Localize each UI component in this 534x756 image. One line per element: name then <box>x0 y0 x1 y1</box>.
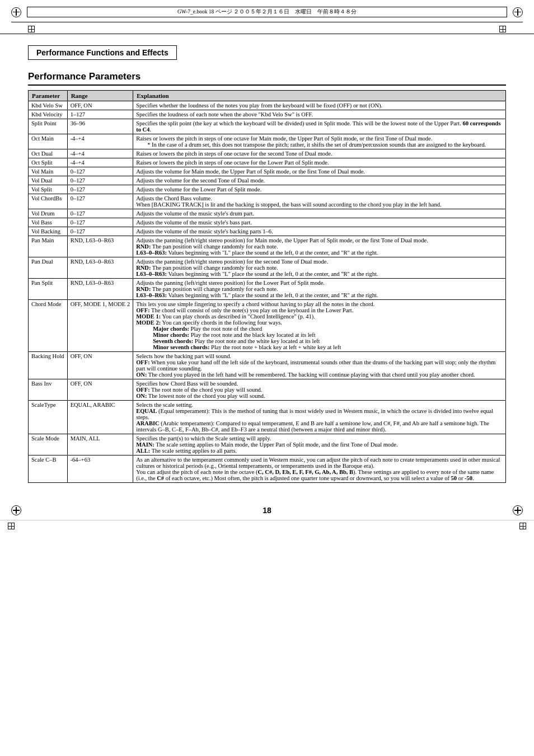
param-cell: Vol Backing <box>29 227 68 236</box>
explanation-line: ON: The lowest note of the chord you pla… <box>136 393 265 399</box>
table-row: Oct Split-4–+4Raises or lowers the pitch… <box>29 158 506 167</box>
explanation-line: Specifies whether the loudness of the no… <box>136 102 382 109</box>
table-row: Vol Dual0–127Adjusts the volume for the … <box>29 176 506 185</box>
explanation-cell: Adjusts the panning (left/right stereo p… <box>133 236 506 257</box>
param-cell: Backing Hold <box>29 352 68 379</box>
top-header: GW-7_e.book 18 ページ ２００５年２月１６日 水曜日 午前８時４８… <box>0 0 534 34</box>
explanation-cell: As an alternative to the temperament com… <box>133 456 506 483</box>
top-right-registration-mark <box>513 7 523 17</box>
explanation-line: Specifies the part(s) to which the Scale… <box>136 435 271 442</box>
range-cell: OFF, ON <box>67 352 133 379</box>
explanation-line: Minor seventh chords: Play the root note… <box>136 344 341 350</box>
explanation-line: L63–0–R63: Values beginning with "L" pla… <box>136 292 378 298</box>
param-cell: Vol Dual <box>29 176 68 185</box>
range-cell: RND, L63–0–R63 <box>67 236 133 257</box>
bottom-right-corner-mark-2 <box>519 523 526 529</box>
explanation-line: Adjusts the Chord Bass volume. <box>136 195 212 201</box>
param-cell: Vol Split <box>29 185 68 194</box>
table-header-row: Parameter Range Explanation <box>29 91 506 101</box>
explanation-line: Selects the scale setting. <box>136 402 193 408</box>
param-cell: Bass Inv <box>29 379 68 401</box>
explanation-line: MODE 2: You can specify chords in the fo… <box>136 320 282 326</box>
col-header-explanation: Explanation <box>133 91 506 101</box>
range-cell: OFF, ON <box>67 101 133 110</box>
table-row: Vol ChordBs0–127Adjusts the Chord Bass v… <box>29 194 506 209</box>
explanation-line: Minor chords: Play the root note and the… <box>136 332 316 338</box>
param-cell: Vol ChordBs <box>29 194 68 209</box>
range-cell: OFF, MODE 1, MODE 2 <box>67 300 133 352</box>
explanation-line: ALL: The scale setting applies to all pa… <box>136 448 237 454</box>
explanation-line: As an alternative to the temperament com… <box>136 457 500 469</box>
param-cell: Pan Split <box>29 279 68 300</box>
explanation-cell: Adjusts the volume of the music style's … <box>133 227 506 236</box>
range-cell: RND, L63–0–R63 <box>67 279 133 300</box>
bottom-left-registration-mark <box>11 505 21 515</box>
range-cell: 0–127 <box>67 209 133 218</box>
param-cell: Vol Main <box>29 167 68 176</box>
section-title: Performance Functions and Effects <box>36 48 168 57</box>
explanation-line: Raises or lowers the pitch in steps of o… <box>136 151 332 157</box>
page: GW-7_e.book 18 ページ ２００５年２月１６日 水曜日 午前８時４８… <box>0 0 534 756</box>
col-header-range: Range <box>67 91 133 101</box>
table-row: Pan MainRND, L63–0–R63Adjusts the pannin… <box>29 236 506 257</box>
table-row: Split Point36–96Specifies the split poin… <box>29 119 506 134</box>
explanation-cell: Raises or lowers the pitch in steps of o… <box>133 158 506 167</box>
explanation-line: Adjusts the panning (left/right stereo p… <box>136 237 428 243</box>
explanation-cell: Adjusts the volume for Main mode, the Up… <box>133 167 506 176</box>
param-cell: Vol Drum <box>29 209 68 218</box>
table-row: Vol Backing0–127Adjusts the volume of th… <box>29 227 506 236</box>
range-cell: 0–127 <box>67 185 133 194</box>
bottom-right-registration-mark <box>513 505 523 515</box>
param-cell: Pan Main <box>29 236 68 257</box>
explanation-cell: Adjusts the volume of the music style's … <box>133 209 506 218</box>
range-cell: -4–+4 <box>67 158 133 167</box>
explanation-cell: Specifies the split point (the key at wh… <box>133 119 506 134</box>
explanation-line: MODE 1: You can play chords as described… <box>136 313 315 320</box>
explanation-line: This lets you use simple fingering to sp… <box>136 301 374 307</box>
table-row: Vol Drum0–127Adjusts the volume of the m… <box>29 209 506 218</box>
range-cell: EQUAL, ARABIC <box>67 401 133 434</box>
top-left-corner-mark-2 <box>28 26 35 32</box>
explanation-line: When [BACKING TRACK] is lit and the back… <box>136 201 441 208</box>
range-cell: -64–+63 <box>67 456 133 483</box>
explanation-line: OFF: The chord will consist of only the … <box>136 307 353 313</box>
explanation-cell: Raises or lowers the pitch in steps of o… <box>133 149 506 158</box>
section-title-box: Performance Functions and Effects <box>28 45 177 60</box>
explanation-line: Adjusts the volume of the music style's … <box>136 228 273 234</box>
explanation-cell: Specifies the loudness of each note when… <box>133 110 506 119</box>
top-left-registration-mark <box>11 7 21 17</box>
header-divider <box>11 22 523 22</box>
table-row: Chord ModeOFF, MODE 1, MODE 2This lets y… <box>29 300 506 352</box>
range-cell: OFF, ON <box>67 379 133 401</box>
bottom-left-corner-mark-2 <box>8 523 15 529</box>
param-cell: Oct Main <box>29 134 68 149</box>
explanation-line: Adjusts the volume for Main mode, the Up… <box>136 168 365 175</box>
explanation-line: Adjusts the panning (left/right stereo p… <box>136 280 325 286</box>
explanation-line: Adjusts the volume for the Lower Part of… <box>136 186 261 192</box>
table-row: Vol Bass0–127Adjusts the volume of the m… <box>29 218 506 227</box>
explanation-line: L63–0–R63: Values beginning with "L" pla… <box>136 250 378 256</box>
explanation-line: Selects how the backing part will sound. <box>136 353 231 359</box>
explanation-cell: Raises or lowers the pitch in steps of o… <box>133 134 506 149</box>
range-cell: -4–+4 <box>67 134 133 149</box>
header-text: GW-7_e.book 18 ページ ２００５年２月１６日 水曜日 午前８時４８… <box>177 9 357 15</box>
explanation-cell: Selects how the backing part will sound.… <box>133 352 506 379</box>
header-line: GW-7_e.book 18 ページ ２００５年２月１６日 水曜日 午前８時４８… <box>11 4 523 20</box>
explanation-cell: Adjusts the panning (left/right stereo p… <box>133 279 506 300</box>
explanation-line: Adjusts the volume for the second Tone o… <box>136 177 265 184</box>
param-cell: Oct Dual <box>29 149 68 158</box>
param-cell: Scale Mode <box>29 434 68 456</box>
range-cell: 0–127 <box>67 167 133 176</box>
explanation-line: ARABIC (Arabic temperament): Compared to… <box>136 420 489 433</box>
param-cell: Kbd Velo Sw <box>29 101 68 110</box>
explanation-line: Seventh chords: Play the root note and t… <box>136 338 320 344</box>
explanation-cell: Selects the scale setting.EQUAL (Equal t… <box>133 401 506 434</box>
explanation-cell: Adjusts the volume of the music style's … <box>133 218 506 227</box>
table-row: Vol Main0–127Adjusts the volume for Main… <box>29 167 506 176</box>
explanation-cell: Specifies how Chord Bass will be sounded… <box>133 379 506 401</box>
header-info-box: GW-7_e.book 18 ページ ２００５年２月１６日 水曜日 午前８時４８… <box>27 7 507 17</box>
range-cell: 0–127 <box>67 227 133 236</box>
range-cell: -4–+4 <box>67 149 133 158</box>
perf-params-heading: Performance Parameters <box>28 71 506 86</box>
explanation-line: Major chords: Play the root note of the … <box>136 326 262 332</box>
